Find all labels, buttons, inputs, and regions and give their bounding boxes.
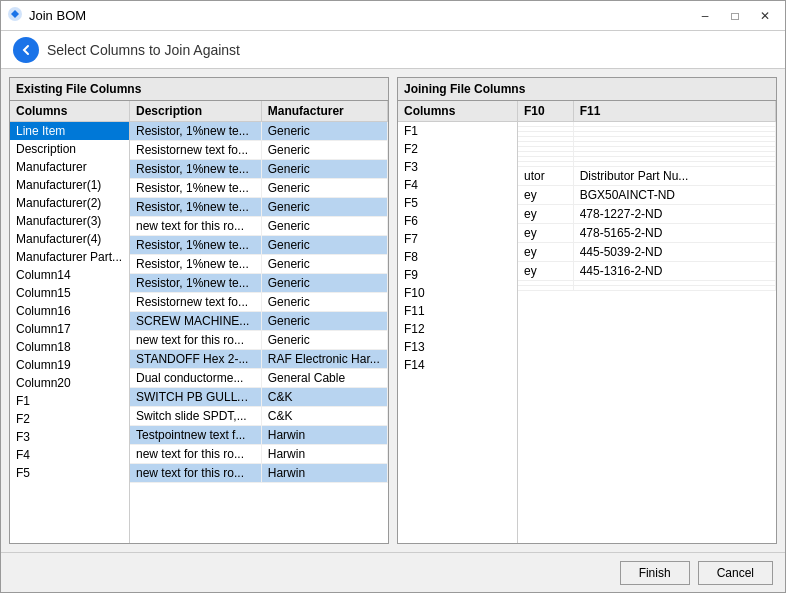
existing-cell-desc: new text for this ro... [130,331,261,350]
existing-col-item[interactable]: Column18 [10,338,129,356]
joining-col-item[interactable]: F9 [398,266,517,284]
existing-panel-body: Columns Line ItemDescriptionManufacturer… [10,101,388,543]
existing-col-item[interactable]: Manufacturer Part... [10,248,129,266]
joining-col-item[interactable]: F13 [398,338,517,356]
existing-preview-row: Dual conductorme...General Cable [130,369,388,388]
existing-col-item[interactable]: Column16 [10,302,129,320]
existing-cell-mfr: Generic [261,122,387,141]
joining-cell-2: 478-1227-2-ND [573,205,775,224]
existing-cell-mfr: Harwin [261,464,387,483]
existing-cell-desc: Switch slide SPDT,... [130,407,261,426]
existing-cell-mfr: Generic [261,293,387,312]
existing-col-item[interactable]: Manufacturer(4) [10,230,129,248]
joining-cell-1: ey [518,224,573,243]
joining-col-item[interactable]: F6 [398,212,517,230]
existing-preview-row: SWITCH PB GULLW...C&K [130,388,388,407]
existing-cell-desc: Resistornew text fo... [130,293,261,312]
existing-preview-header-mfr: Manufacturer [261,101,387,122]
joining-col-item[interactable]: F5 [398,194,517,212]
existing-cell-mfr: Generic [261,312,387,331]
joining-panel-header: Joining File Columns [398,78,776,101]
existing-col-item[interactable]: Manufacturer(2) [10,194,129,212]
existing-cell-mfr: Generic [261,217,387,236]
existing-col-item[interactable]: Manufacturer(3) [10,212,129,230]
back-button[interactable] [13,37,39,63]
existing-preview-row: Resistornew text fo...Generic [130,141,388,160]
close-button[interactable]: ✕ [751,5,779,27]
joining-cell-2: 478-5165-2-ND [573,224,775,243]
joining-col-item[interactable]: F11 [398,302,517,320]
existing-col-item[interactable]: F3 [10,428,129,446]
existing-col-item[interactable]: Description [10,140,129,158]
existing-preview-row: Resistor, 1%new te...Generic [130,236,388,255]
joining-col-item[interactable]: F8 [398,248,517,266]
existing-preview-area[interactable]: Description Manufacturer Resistor, 1%new… [130,101,388,543]
joining-preview-row: eyBGX50AINCT-ND [518,186,776,205]
joining-col-item[interactable]: F10 [398,284,517,302]
existing-col-item[interactable]: Column15 [10,284,129,302]
existing-cell-desc: Resistornew text fo... [130,141,261,160]
existing-cell-desc: Resistor, 1%new te... [130,255,261,274]
existing-cell-mfr: Generic [261,141,387,160]
joining-col-item[interactable]: F14 [398,356,517,374]
maximize-button[interactable]: □ [721,5,749,27]
existing-preview-row: Resistor, 1%new te...Generic [130,122,388,141]
existing-col-item[interactable]: Column17 [10,320,129,338]
joining-preview-area[interactable]: F10 F11 utorDistributor Part Nu...eyBGX5… [518,101,776,543]
app-icon [7,6,23,25]
existing-preview-header-desc: Description [130,101,261,122]
joining-cell-2: 445-5039-2-ND [573,243,775,262]
existing-col-item[interactable]: Column20 [10,374,129,392]
existing-cell-desc: new text for this ro... [130,217,261,236]
existing-col-item[interactable]: F4 [10,446,129,464]
joining-column-list[interactable]: Columns F1F2F3F4F5F6F7F8F9F10F11F12F13F1… [398,101,518,543]
existing-col-item[interactable]: Line Item [10,122,129,140]
existing-col-item[interactable]: F1 [10,392,129,410]
existing-cell-mfr: Generic [261,331,387,350]
existing-preview-row: Resistor, 1%new te...Generic [130,198,388,217]
existing-preview-row: new text for this ro...Harwin [130,464,388,483]
existing-panel: Existing File Columns Columns Line ItemD… [9,77,389,544]
existing-cell-desc: Resistor, 1%new te... [130,122,261,141]
existing-col-item[interactable]: F5 [10,464,129,482]
joining-panel-body: Columns F1F2F3F4F5F6F7F8F9F10F11F12F13F1… [398,101,776,543]
existing-cell-mfr: Harwin [261,445,387,464]
existing-column-list[interactable]: Columns Line ItemDescriptionManufacturer… [10,101,130,543]
existing-columns-header: Columns [10,101,129,122]
joining-col-item[interactable]: F12 [398,320,517,338]
joining-cell-2: Distributor Part Nu... [573,167,775,186]
title-bar-left: Join BOM [7,6,86,25]
existing-preview-row: Resistor, 1%new te...Generic [130,255,388,274]
joining-col-item[interactable]: F1 [398,122,517,140]
existing-cell-desc: Dual conductorme... [130,369,261,388]
joining-preview-row: ey478-5165-2-ND [518,224,776,243]
joining-panel: Joining File Columns Columns F1F2F3F4F5F… [397,77,777,544]
joining-preview-table: F10 F11 utorDistributor Part Nu...eyBGX5… [518,101,776,291]
existing-preview-row: new text for this ro...Harwin [130,445,388,464]
existing-cell-desc: new text for this ro... [130,445,261,464]
existing-col-item[interactable]: Column14 [10,266,129,284]
joining-cell-1: ey [518,186,573,205]
existing-cell-desc: new text for this ro... [130,464,261,483]
joining-col-item[interactable]: F2 [398,140,517,158]
existing-cell-desc: SCREW MACHINE... [130,312,261,331]
finish-button[interactable]: Finish [620,561,690,585]
existing-cell-desc: Resistor, 1%new te... [130,179,261,198]
joining-col-item[interactable]: F3 [398,158,517,176]
minimize-button[interactable]: – [691,5,719,27]
title-bar: Join BOM – □ ✕ [1,1,785,31]
joining-preview-row [518,286,776,291]
existing-col-item[interactable]: Manufacturer(1) [10,176,129,194]
existing-col-item[interactable]: Column19 [10,356,129,374]
existing-cell-desc: STANDOFF Hex 2-... [130,350,261,369]
joining-col-item[interactable]: F4 [398,176,517,194]
joining-columns-header: Columns [398,101,517,122]
joining-cell-1: ey [518,205,573,224]
joining-cell-1: ey [518,262,573,281]
joining-col-item[interactable]: F7 [398,230,517,248]
existing-col-item[interactable]: F2 [10,410,129,428]
existing-col-item[interactable]: Manufacturer [10,158,129,176]
joining-cell-1: utor [518,167,573,186]
existing-cell-desc: Resistor, 1%new te... [130,274,261,293]
cancel-button[interactable]: Cancel [698,561,773,585]
